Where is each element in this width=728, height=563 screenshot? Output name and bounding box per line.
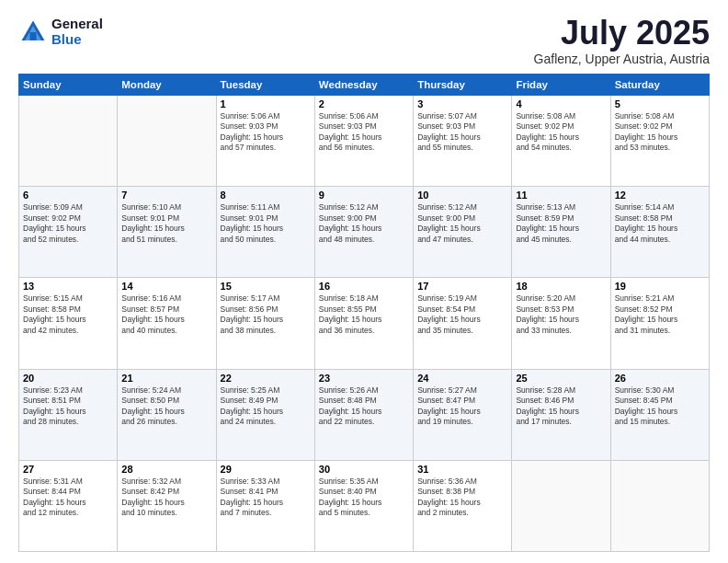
calendar-cell: 17Sunrise: 5:19 AMSunset: 8:54 PMDayligh… (414, 278, 512, 369)
day-number: 14 (121, 281, 211, 292)
day-info: Sunrise: 5:08 AMSunset: 9:02 PMDaylight:… (615, 111, 705, 154)
day-number: 22 (221, 373, 311, 384)
day-info: Sunrise: 5:07 AMSunset: 9:03 PMDaylight:… (417, 111, 507, 154)
calendar: SundayMondayTuesdayWednesdayThursdayFrid… (18, 74, 710, 552)
title-block: July 2025 Gaflenz, Upper Austria, Austri… (534, 17, 710, 66)
day-number: 2 (319, 98, 409, 109)
calendar-cell: 14Sunrise: 5:16 AMSunset: 8:57 PMDayligh… (118, 278, 216, 369)
day-number: 10 (417, 190, 507, 201)
day-info: Sunrise: 5:35 AMSunset: 8:40 PMDaylight:… (319, 477, 409, 519)
day-info: Sunrise: 5:06 AMSunset: 9:03 PMDaylight:… (221, 111, 311, 154)
week-row-2: 6Sunrise: 5:09 AMSunset: 9:02 PMDaylight… (19, 187, 710, 278)
calendar-cell: 21Sunrise: 5:24 AMSunset: 8:50 PMDayligh… (118, 369, 216, 460)
day-header-friday: Friday (512, 75, 610, 96)
calendar-cell: 18Sunrise: 5:20 AMSunset: 8:53 PMDayligh… (512, 278, 610, 369)
day-number: 13 (23, 281, 113, 292)
day-info: Sunrise: 5:26 AMSunset: 8:48 PMDaylight:… (319, 385, 409, 428)
calendar-cell: 11Sunrise: 5:13 AMSunset: 8:59 PMDayligh… (512, 187, 610, 278)
calendar-cell: 13Sunrise: 5:15 AMSunset: 8:58 PMDayligh… (19, 278, 118, 369)
day-number: 20 (23, 373, 113, 384)
day-info: Sunrise: 5:18 AMSunset: 8:55 PMDaylight:… (319, 293, 409, 336)
day-info: Sunrise: 5:28 AMSunset: 8:46 PMDaylight:… (516, 385, 606, 428)
day-number: 31 (417, 464, 507, 475)
calendar-cell: 12Sunrise: 5:14 AMSunset: 8:58 PMDayligh… (610, 187, 709, 278)
header: GeneralBlue July 2025 Gaflenz, Upper Aus… (18, 17, 710, 66)
day-info: Sunrise: 5:12 AMSunset: 9:00 PMDaylight:… (319, 202, 409, 245)
day-info: Sunrise: 5:06 AMSunset: 9:03 PMDaylight:… (319, 111, 409, 154)
day-header-tuesday: Tuesday (216, 75, 314, 96)
logo-icon (18, 17, 48, 47)
day-number: 15 (221, 281, 311, 292)
calendar-cell: 8Sunrise: 5:11 AMSunset: 9:01 PMDaylight… (216, 187, 314, 278)
calendar-cell: 3Sunrise: 5:07 AMSunset: 9:03 PMDaylight… (414, 96, 512, 187)
calendar-cell: 10Sunrise: 5:12 AMSunset: 9:00 PMDayligh… (414, 187, 512, 278)
day-info: Sunrise: 5:12 AMSunset: 9:00 PMDaylight:… (417, 202, 507, 245)
logo: GeneralBlue (18, 17, 103, 47)
calendar-cell: 7Sunrise: 5:10 AMSunset: 9:01 PMDaylight… (118, 187, 216, 278)
day-number: 24 (417, 373, 507, 384)
calendar-cell: 19Sunrise: 5:21 AMSunset: 8:52 PMDayligh… (610, 278, 709, 369)
day-info: Sunrise: 5:23 AMSunset: 8:51 PMDaylight:… (23, 385, 113, 428)
calendar-cell: 5Sunrise: 5:08 AMSunset: 9:02 PMDaylight… (610, 96, 709, 187)
calendar-cell: 20Sunrise: 5:23 AMSunset: 8:51 PMDayligh… (19, 369, 118, 460)
calendar-cell (19, 96, 118, 187)
calendar-cell: 31Sunrise: 5:36 AMSunset: 8:38 PMDayligh… (414, 460, 512, 551)
week-row-5: 27Sunrise: 5:31 AMSunset: 8:44 PMDayligh… (19, 460, 710, 551)
week-row-1: 1Sunrise: 5:06 AMSunset: 9:03 PMDaylight… (19, 96, 710, 187)
calendar-cell (118, 96, 216, 187)
day-number: 28 (121, 464, 211, 475)
day-number: 21 (121, 373, 211, 384)
day-info: Sunrise: 5:09 AMSunset: 9:02 PMDaylight:… (23, 202, 113, 245)
day-header-wednesday: Wednesday (314, 75, 413, 96)
calendar-cell: 28Sunrise: 5:32 AMSunset: 8:42 PMDayligh… (118, 460, 216, 551)
calendar-cell: 6Sunrise: 5:09 AMSunset: 9:02 PMDaylight… (19, 187, 118, 278)
day-info: Sunrise: 5:30 AMSunset: 8:45 PMDaylight:… (615, 385, 705, 428)
day-number: 4 (516, 98, 606, 109)
calendar-cell: 2Sunrise: 5:06 AMSunset: 9:03 PMDaylight… (314, 96, 413, 187)
day-number: 19 (615, 281, 705, 292)
day-info: Sunrise: 5:10 AMSunset: 9:01 PMDaylight:… (121, 202, 211, 245)
main-title: July 2025 (534, 17, 710, 50)
logo-text: GeneralBlue (51, 17, 103, 47)
calendar-cell: 15Sunrise: 5:17 AMSunset: 8:56 PMDayligh… (216, 278, 314, 369)
day-number: 11 (516, 190, 606, 201)
day-number: 27 (23, 464, 113, 475)
day-number: 3 (417, 98, 507, 109)
day-number: 17 (417, 281, 507, 292)
day-header-monday: Monday (118, 75, 216, 96)
day-info: Sunrise: 5:16 AMSunset: 8:57 PMDaylight:… (121, 293, 211, 336)
day-info: Sunrise: 5:15 AMSunset: 8:58 PMDaylight:… (23, 293, 113, 336)
calendar-cell (610, 460, 709, 551)
subtitle: Gaflenz, Upper Austria, Austria (534, 52, 710, 66)
day-header-sunday: Sunday (19, 75, 118, 96)
day-info: Sunrise: 5:21 AMSunset: 8:52 PMDaylight:… (615, 293, 705, 336)
day-info: Sunrise: 5:33 AMSunset: 8:41 PMDaylight:… (221, 477, 311, 519)
calendar-cell: 27Sunrise: 5:31 AMSunset: 8:44 PMDayligh… (19, 460, 118, 551)
day-number: 12 (615, 190, 705, 201)
day-info: Sunrise: 5:32 AMSunset: 8:42 PMDaylight:… (121, 477, 211, 519)
day-number: 8 (221, 190, 311, 201)
day-number: 9 (319, 190, 409, 201)
day-info: Sunrise: 5:25 AMSunset: 8:49 PMDaylight:… (221, 385, 311, 428)
day-number: 7 (121, 190, 211, 201)
day-number: 1 (221, 98, 311, 109)
day-number: 16 (319, 281, 409, 292)
calendar-header-row: SundayMondayTuesdayWednesdayThursdayFrid… (19, 75, 710, 96)
svg-rect-2 (29, 32, 36, 40)
calendar-cell: 9Sunrise: 5:12 AMSunset: 9:00 PMDaylight… (314, 187, 413, 278)
week-row-4: 20Sunrise: 5:23 AMSunset: 8:51 PMDayligh… (19, 369, 710, 460)
day-info: Sunrise: 5:36 AMSunset: 8:38 PMDaylight:… (417, 477, 507, 519)
day-info: Sunrise: 5:27 AMSunset: 8:47 PMDaylight:… (417, 385, 507, 428)
day-info: Sunrise: 5:13 AMSunset: 8:59 PMDaylight:… (516, 202, 606, 245)
calendar-cell: 29Sunrise: 5:33 AMSunset: 8:41 PMDayligh… (216, 460, 314, 551)
calendar-cell: 24Sunrise: 5:27 AMSunset: 8:47 PMDayligh… (414, 369, 512, 460)
page: GeneralBlue July 2025 Gaflenz, Upper Aus… (0, 0, 728, 563)
day-info: Sunrise: 5:31 AMSunset: 8:44 PMDaylight:… (23, 477, 113, 519)
day-number: 26 (615, 373, 705, 384)
calendar-cell: 16Sunrise: 5:18 AMSunset: 8:55 PMDayligh… (314, 278, 413, 369)
day-number: 25 (516, 373, 606, 384)
calendar-cell: 1Sunrise: 5:06 AMSunset: 9:03 PMDaylight… (216, 96, 314, 187)
day-number: 23 (319, 373, 409, 384)
calendar-cell: 22Sunrise: 5:25 AMSunset: 8:49 PMDayligh… (216, 369, 314, 460)
day-info: Sunrise: 5:19 AMSunset: 8:54 PMDaylight:… (417, 293, 507, 336)
